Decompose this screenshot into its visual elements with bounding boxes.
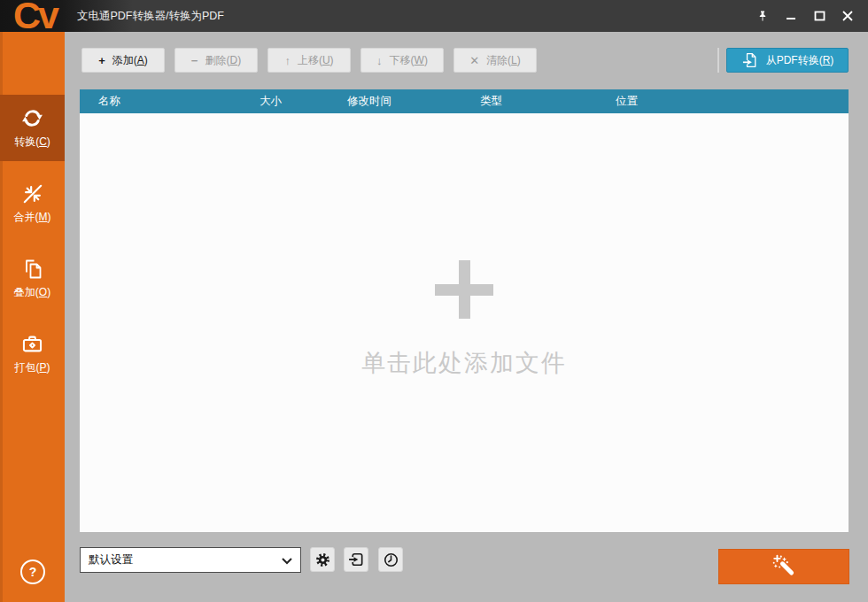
help-button[interactable]: ? [20,560,45,584]
file-drop-zone[interactable]: 单击此处添加文件 [80,113,849,532]
minus-icon: − [191,54,198,67]
convert-from-pdf-button[interactable]: 从PDF转换(R) [726,48,849,73]
convert-refresh-icon [20,106,44,130]
move-down-button[interactable]: ↓ 下移(W) [360,48,444,73]
gear-icon [314,552,331,568]
pin-button[interactable] [751,4,774,27]
app-logo-text: Cv [13,0,57,32]
column-header-name[interactable]: 名称 [80,94,241,109]
sidebar-item-label: 打包(P) [14,360,50,375]
import-arrow-box-icon [347,551,365,568]
toolbar: + 添加(A) − 删除(D) ↑ 上移(U) ↓ 下移(W) ✕ 清除(L) [81,48,537,73]
history-button[interactable] [378,547,403,572]
file-table-header: 名称 大小 修改时间 类型 位置 [80,89,849,113]
move-up-button-label: 上移(U) [298,53,334,68]
start-convert-button[interactable] [718,549,849,584]
maximize-button[interactable] [808,4,831,27]
column-header-location[interactable]: 位置 [597,94,849,109]
sidebar-item-overlay[interactable]: 叠加(O) [0,245,65,312]
delete-button[interactable]: − 删除(D) [174,48,258,73]
clear-button[interactable]: ✕ 清除(L) [453,48,537,73]
settings-button[interactable] [310,547,335,572]
add-button-label: 添加(A) [112,53,148,68]
column-header-size[interactable]: 大小 [241,94,329,109]
convert-from-pdf-label: 从PDF转换(R) [766,53,834,68]
sidebar-item-convert[interactable]: 转换(C) [0,95,65,161]
profile-select[interactable]: 默认设置 [80,547,301,573]
toolbar-separator [717,48,719,73]
maximize-icon [814,11,825,21]
sidebar-item-label: 转换(C) [14,135,50,150]
sidebar-item-merge[interactable]: 合并(M) [0,170,65,236]
magic-wand-icon [771,554,796,579]
window-title: 文电通PDF转换器/转换为PDF [77,0,224,32]
close-icon [842,11,853,21]
help-question-icon: ? [29,565,37,579]
clear-button-label: 清除(L) [486,53,521,68]
clear-x-icon: ✕ [469,54,479,67]
close-button[interactable] [836,4,859,27]
document-arrow-icon [741,51,759,69]
add-files-plus-icon [435,260,493,319]
sidebar: 转换(C) 合并(M) 叠加(O) [0,32,65,602]
sidebar-item-label: 叠加(O) [14,285,50,300]
empty-state-message: 单击此处添加文件 [361,347,567,379]
sidebar-item-label: 合并(M) [14,210,51,225]
add-button[interactable]: + 添加(A) [81,48,165,73]
merge-icon [21,182,44,205]
move-up-button[interactable]: ↑ 上移(U) [267,48,351,73]
package-icon [20,332,44,356]
minimize-icon [786,11,796,21]
move-down-button-label: 下移(W) [390,53,428,68]
sidebar-item-package[interactable]: 打包(P) [0,320,65,387]
plus-icon: + [98,54,105,67]
main-panel: + 添加(A) − 删除(D) ↑ 上移(U) ↓ 下移(W) ✕ 清除(L) [65,32,868,602]
column-header-modified[interactable]: 修改时间 [329,94,461,109]
arrow-down-icon: ↓ [376,54,383,67]
pin-icon [756,9,769,23]
import-profile-button[interactable] [344,547,368,572]
chevron-down-icon [282,558,292,565]
column-header-type[interactable]: 类型 [461,94,597,109]
clock-icon [383,552,399,568]
titlebar: Cv 文电通PDF转换器/转换为PDF [0,0,868,32]
arrow-up-icon: ↑ [284,54,291,67]
minimize-button[interactable] [779,4,802,27]
app-window: Cv 文电通PDF转换器/转换为PDF [0,0,868,602]
overlay-icon [21,258,44,281]
profile-select-value: 默认设置 [89,552,133,567]
delete-button-label: 删除(D) [205,53,241,68]
app-logo: Cv [0,0,71,32]
